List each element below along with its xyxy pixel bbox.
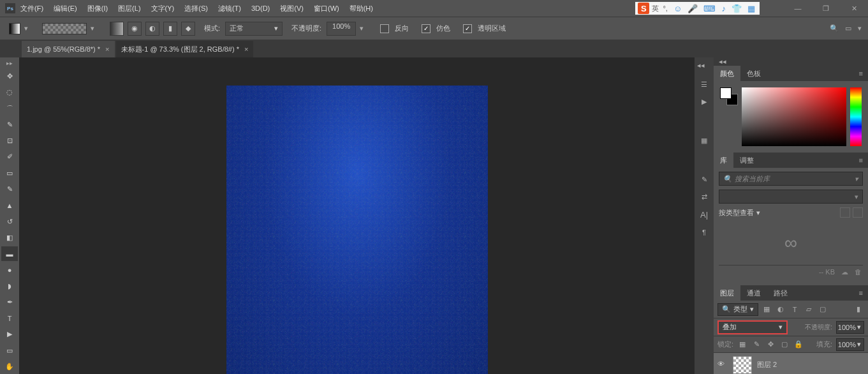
gradient-tool-icon[interactable] — [9, 23, 20, 34]
collapse-icon[interactable]: ◂◂ — [714, 57, 732, 66]
document-tab[interactable]: 未标题-1 @ 73.3% (图层 2, RGB/8#) * × — [116, 41, 254, 57]
brush-panel-icon[interactable]: ✎ — [702, 176, 707, 184]
pen-tool[interactable]: ✒ — [1, 295, 18, 310]
filter-adjust-icon[interactable]: ◐ — [775, 304, 786, 315]
blur-tool[interactable]: ● — [1, 262, 18, 277]
menu-file[interactable]: 文件(F) — [15, 0, 48, 17]
chevron-down-icon[interactable]: ▾ — [91, 24, 94, 33]
layer-thumbnail[interactable] — [733, 356, 752, 374]
skin-icon[interactable]: ♪ — [721, 4, 726, 13]
panel-menu-icon[interactable]: ≡ — [854, 70, 868, 77]
menu-3d[interactable]: 3D(D) — [246, 0, 275, 17]
brush-tool[interactable]: ✎ — [1, 182, 18, 197]
quick-select-tool[interactable]: ✎ — [1, 117, 18, 132]
collapse-icon[interactable]: ▸▸ — [6, 60, 13, 66]
mic-icon[interactable]: 🎤 — [688, 4, 698, 13]
play-icon[interactable]: ▶ — [702, 98, 707, 106]
filter-text-icon[interactable]: T — [789, 304, 800, 315]
tab-layers[interactable]: 图层 — [714, 285, 740, 301]
layer-item[interactable]: 👁 图层 2 — [714, 353, 868, 374]
hand-tool[interactable]: ✋ — [1, 359, 18, 374]
keyboard-icon[interactable]: ⌨ — [703, 4, 716, 13]
crop-tool[interactable]: ⊡ — [1, 133, 18, 148]
lock-all-icon[interactable]: 🔒 — [793, 340, 804, 350]
filter-shape-icon[interactable]: ▱ — [803, 304, 814, 315]
menu-help[interactable]: 帮助(H) — [344, 0, 378, 17]
canvas[interactable] — [226, 86, 488, 374]
panel-menu-icon[interactable]: ≡ — [854, 289, 868, 297]
eraser-tool[interactable]: ◧ — [1, 230, 18, 245]
lock-position-icon[interactable]: ✥ — [765, 340, 776, 350]
type-tool[interactable]: T — [1, 311, 18, 325]
hue-slider[interactable] — [850, 87, 862, 146]
opacity-input[interactable]: 100% — [327, 22, 356, 36]
chevron-down-icon[interactable]: ▾ — [855, 175, 858, 183]
history-brush-tool[interactable]: ↺ — [1, 214, 18, 228]
path-select-tool[interactable]: ▶ — [1, 327, 18, 341]
dodge-tool[interactable]: ◗ — [1, 278, 18, 293]
visibility-icon[interactable]: 👁 — [717, 360, 728, 370]
saturation-picker[interactable] — [742, 87, 846, 146]
reverse-checkbox[interactable] — [380, 24, 389, 33]
menu-filter[interactable]: 滤镜(T) — [213, 0, 246, 17]
ime-toolbar[interactable]: S 英 °, ☺ 🎤 ⌨ ♪ 👕 ▦ — [635, 2, 760, 15]
workspace-icon[interactable]: ▭ — [845, 24, 851, 33]
minimize-button[interactable]: — — [784, 0, 812, 17]
chevron-down-icon[interactable]: ▾ — [360, 24, 364, 33]
library-search[interactable]: 🔍 搜索当前库 ▾ — [719, 172, 863, 186]
close-icon[interactable]: × — [105, 45, 109, 53]
rectangle-tool[interactable]: ▭ — [1, 343, 18, 358]
marquee-tool[interactable]: ◌ — [1, 85, 18, 100]
tab-color[interactable]: 颜色 — [714, 66, 740, 81]
fg-bg-swatch[interactable] — [720, 87, 738, 146]
gradient-preview[interactable] — [42, 23, 87, 34]
gradient-tool[interactable]: ▬ — [1, 246, 18, 261]
filter-type-select[interactable]: 🔍 类型 ▾ — [717, 303, 758, 316]
trash-icon[interactable]: 🗑 — [855, 268, 862, 276]
tab-swatches[interactable]: 色板 — [740, 66, 767, 81]
shirt-icon[interactable]: 👕 — [732, 4, 742, 13]
radial-gradient-icon[interactable]: ◉ — [128, 22, 142, 36]
tab-channels[interactable]: 通道 — [740, 285, 767, 301]
ime-icons[interactable]: ☺ 🎤 ⌨ ♪ 👕 ▦ — [672, 4, 757, 13]
ime-lang[interactable]: 英 — [652, 4, 659, 13]
library-dropdown[interactable]: ▾ — [719, 190, 863, 204]
opacity-input[interactable]: 100%▾ — [836, 321, 864, 334]
collapse-icon[interactable]: ◂◂ — [697, 61, 711, 68]
panel-menu-icon[interactable]: ≡ — [854, 156, 868, 164]
angle-gradient-icon[interactable]: ◐ — [145, 22, 159, 36]
menu-select[interactable]: 选择(S) — [179, 0, 213, 17]
list-view-icon[interactable] — [853, 207, 863, 218]
transparency-checkbox[interactable] — [463, 24, 472, 33]
tab-paths[interactable]: 路径 — [767, 285, 794, 301]
stamp-tool[interactable]: ▲ — [1, 198, 18, 213]
filter-image-icon[interactable]: ▦ — [761, 304, 772, 315]
tab-library[interactable]: 库 — [714, 153, 733, 168]
blend-mode-select[interactable]: 叠加 ▾ — [717, 320, 788, 334]
fg-color[interactable] — [720, 87, 732, 99]
restore-button[interactable]: ❐ — [812, 0, 840, 17]
eyedropper-tool[interactable]: ✐ — [1, 149, 18, 164]
menu-image[interactable]: 图像(I) — [82, 0, 113, 17]
dither-checkbox[interactable] — [422, 24, 430, 33]
menu-layer[interactable]: 图层(L) — [113, 0, 145, 17]
filter-smart-icon[interactable]: ▢ — [817, 304, 828, 315]
menu-window[interactable]: 窗口(W) — [309, 0, 344, 17]
filter-toggle-icon[interactable]: ▮ — [853, 304, 864, 315]
lasso-tool[interactable]: ⌒ — [1, 101, 18, 116]
chevron-down-icon[interactable]: ▾ — [24, 24, 28, 33]
menu-type[interactable]: 文字(Y) — [146, 0, 180, 17]
move-tool[interactable]: ✥ — [1, 69, 18, 84]
swatches-icon[interactable]: ▦ — [701, 137, 707, 145]
lock-brush-icon[interactable]: ✎ — [751, 340, 761, 350]
canvas-area[interactable] — [19, 57, 695, 374]
search-icon[interactable]: 🔍 — [830, 24, 839, 33]
diamond-gradient-icon[interactable]: ◆ — [181, 22, 195, 36]
paragraph-icon[interactable]: ¶ — [702, 228, 706, 236]
patch-tool[interactable]: ▭ — [1, 166, 18, 181]
char-icon[interactable]: A| — [700, 210, 708, 220]
close-icon[interactable]: × — [244, 45, 248, 53]
fill-input[interactable]: 100%▾ — [836, 338, 864, 351]
history-icon[interactable]: ☰ — [701, 80, 707, 89]
blend-mode-select[interactable]: 正常▾ — [225, 22, 283, 36]
